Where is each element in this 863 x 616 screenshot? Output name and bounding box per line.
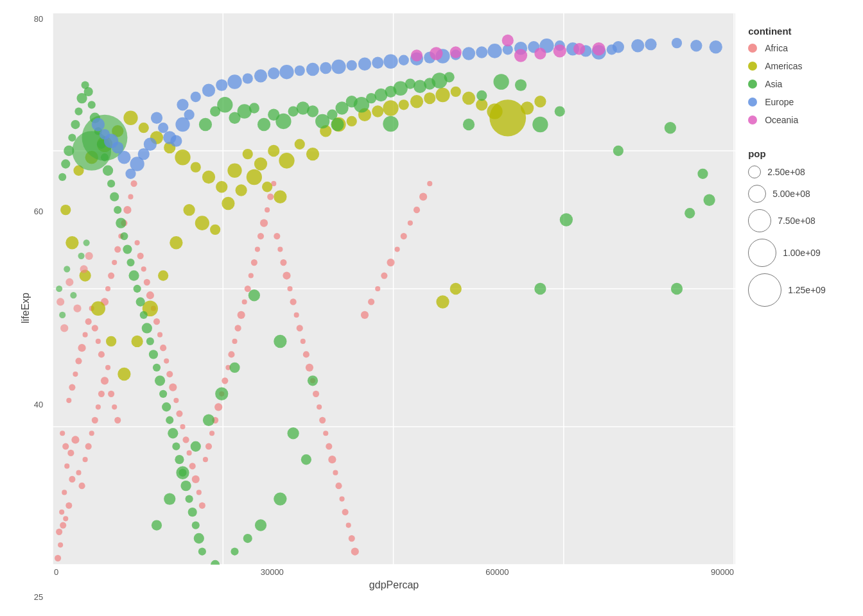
africa-circle xyxy=(748,44,757,53)
plot-and-xaxis: 0 30000 60000 90000 gdpPercap xyxy=(53,13,735,603)
svg-point-353 xyxy=(710,40,722,53)
svg-point-97 xyxy=(274,233,280,239)
europe-label: Europe xyxy=(765,97,794,107)
svg-point-305 xyxy=(254,69,267,82)
svg-point-251 xyxy=(307,105,318,117)
svg-point-234 xyxy=(188,508,197,517)
svg-point-88 xyxy=(245,286,251,292)
svg-point-349 xyxy=(631,39,644,52)
svg-point-174 xyxy=(60,205,71,215)
svg-point-151 xyxy=(243,149,253,159)
svg-point-297 xyxy=(684,208,695,218)
pop-circle-5 xyxy=(748,273,781,307)
svg-point-115 xyxy=(333,470,338,475)
svg-point-124 xyxy=(55,555,61,561)
legend-pop-item-4: 1.00e+09 xyxy=(748,239,842,267)
svg-point-118 xyxy=(342,509,349,515)
svg-point-185 xyxy=(195,216,209,230)
svg-point-368 xyxy=(65,278,73,286)
legend-item-americas: Americas xyxy=(748,61,842,71)
svg-point-36 xyxy=(75,358,82,364)
svg-point-308 xyxy=(295,65,305,76)
svg-point-83 xyxy=(228,351,234,357)
pop-label-1: 2.50e+08 xyxy=(767,167,805,177)
svg-point-363 xyxy=(56,286,62,292)
svg-point-356 xyxy=(554,44,566,57)
legend-pop-item-1: 2.50e+08 xyxy=(748,166,842,178)
svg-point-322 xyxy=(476,46,487,58)
svg-point-313 xyxy=(358,58,371,71)
svg-point-307 xyxy=(279,65,293,80)
svg-point-29 xyxy=(112,404,117,409)
svg-point-189 xyxy=(247,169,262,185)
svg-point-152 xyxy=(254,157,267,170)
svg-point-103 xyxy=(294,312,299,318)
svg-point-107 xyxy=(306,364,313,372)
svg-point-214 xyxy=(123,244,132,253)
y-tick-25: 25 xyxy=(34,592,43,602)
svg-point-338 xyxy=(184,110,195,120)
svg-point-159 xyxy=(347,116,357,126)
svg-point-63 xyxy=(164,359,169,364)
svg-point-100 xyxy=(283,271,290,279)
svg-point-248 xyxy=(275,114,291,130)
svg-point-323 xyxy=(487,44,501,58)
svg-point-188 xyxy=(236,184,247,196)
svg-point-211 xyxy=(114,206,121,214)
svg-point-84 xyxy=(232,339,237,344)
continent-legend-title: continent xyxy=(748,26,842,37)
svg-point-119 xyxy=(346,522,351,527)
svg-point-315 xyxy=(383,55,397,69)
svg-point-359 xyxy=(411,49,423,61)
svg-point-70 xyxy=(187,450,192,456)
svg-point-295 xyxy=(697,169,708,179)
svg-point-290 xyxy=(493,74,509,90)
svg-point-334 xyxy=(158,123,168,133)
svg-point-165 xyxy=(424,92,435,104)
svg-point-35 xyxy=(73,372,78,377)
svg-point-316 xyxy=(399,55,409,65)
svg-point-142 xyxy=(123,111,137,126)
svg-point-367 xyxy=(64,266,70,272)
svg-point-362 xyxy=(502,35,514,46)
svg-point-38 xyxy=(83,332,88,338)
svg-point-237 xyxy=(198,547,206,555)
svg-point-371 xyxy=(78,253,84,259)
svg-point-372 xyxy=(80,265,88,273)
svg-point-357 xyxy=(573,43,585,55)
svg-point-94 xyxy=(265,207,270,212)
svg-point-19 xyxy=(79,483,85,489)
svg-point-355 xyxy=(534,47,546,59)
asia-label: Asia xyxy=(765,79,782,89)
svg-point-294 xyxy=(665,122,676,133)
svg-point-370 xyxy=(73,305,81,312)
svg-point-265 xyxy=(444,72,455,82)
svg-point-299 xyxy=(177,99,188,110)
svg-point-289 xyxy=(476,90,487,101)
svg-point-30 xyxy=(114,417,121,424)
svg-point-56 xyxy=(141,266,146,271)
svg-point-311 xyxy=(331,60,345,74)
svg-point-352 xyxy=(690,40,702,51)
pop-circle-4 xyxy=(748,239,776,267)
svg-point-32 xyxy=(62,443,69,450)
svg-point-287 xyxy=(383,116,398,132)
svg-point-221 xyxy=(146,338,154,345)
svg-point-175 xyxy=(65,236,78,249)
svg-point-220 xyxy=(142,323,152,333)
svg-point-230 xyxy=(175,455,184,464)
svg-point-89 xyxy=(248,273,254,278)
oceania-circle xyxy=(748,116,757,124)
pop-label-5: 1.25e+09 xyxy=(788,285,826,295)
svg-point-92 xyxy=(257,233,264,239)
svg-point-34 xyxy=(69,384,75,390)
svg-point-64 xyxy=(166,371,173,377)
svg-point-102 xyxy=(290,298,297,305)
svg-point-18 xyxy=(76,470,81,475)
svg-point-215 xyxy=(126,259,134,266)
svg-point-31 xyxy=(60,431,65,436)
svg-point-163 xyxy=(399,99,409,110)
svg-point-33 xyxy=(66,398,71,403)
svg-point-162 xyxy=(383,100,398,116)
svg-point-132 xyxy=(395,246,400,252)
